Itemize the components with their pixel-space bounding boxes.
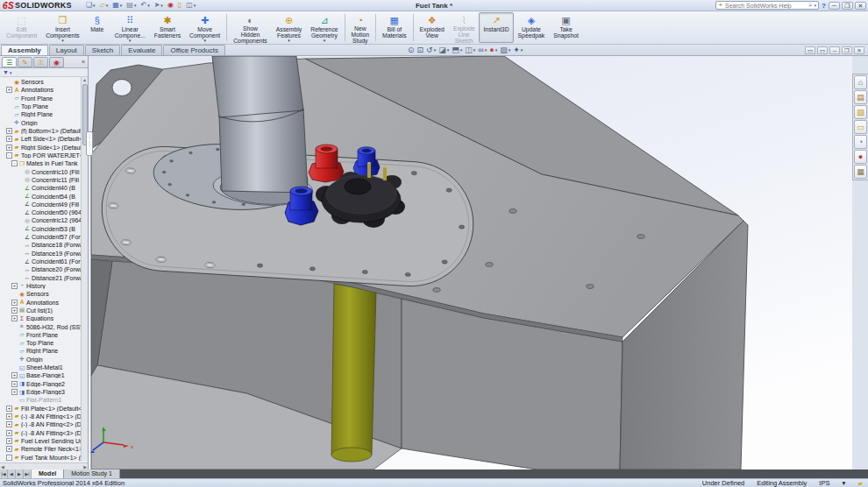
expand-icon[interactable]: + xyxy=(11,372,18,378)
dropdown-icon[interactable]: ▾ xyxy=(485,47,487,53)
tree-item[interactable]: ▱Top Plane xyxy=(0,339,88,347)
tree-item[interactable]: ∠Coincident54 (B xyxy=(0,192,88,200)
update-button[interactable]: ◈Update Speedpak xyxy=(514,12,550,43)
expand-icon[interactable]: + xyxy=(11,283,18,289)
expand-icon[interactable]: + xyxy=(6,406,12,412)
view-palette-icon[interactable]: ▭ xyxy=(854,120,867,134)
dropdown-icon[interactable]: ▾ xyxy=(147,1,150,10)
filter-dropdown-icon[interactable]: ▾ xyxy=(10,70,12,75)
dropdown-icon[interactable]: ▾ xyxy=(129,39,132,42)
expand-icon[interactable]: + xyxy=(6,145,12,151)
tree-horizontal-scrollbar[interactable]: ◀▶ xyxy=(0,462,88,469)
tree-item[interactable]: ◉Sensors xyxy=(0,290,88,298)
instant3d-button[interactable]: ↗Instant3D xyxy=(479,12,513,43)
print-icon[interactable]: ▤▾ xyxy=(125,1,138,11)
mate-button[interactable]: §Mate xyxy=(84,12,110,43)
search-icon[interactable]: ⌕ xyxy=(808,1,812,10)
tag-icon[interactable]: ▰ xyxy=(857,479,863,487)
minimize-button[interactable]: ─ xyxy=(829,2,840,10)
tree-item[interactable]: ∠Coincident49 (Fill P xyxy=(0,201,88,208)
document-recovery-icon[interactable]: ▦ xyxy=(854,165,867,179)
linear-button[interactable]: ⠿Linear Compone...▾ xyxy=(110,12,150,43)
tree-item[interactable]: ↔Distance21 (Forwar xyxy=(0,274,88,282)
configurationmanager-tab[interactable]: ⚿ xyxy=(33,57,48,67)
hscroll-right[interactable]: ▶ xyxy=(83,464,87,469)
expand-icon[interactable]: + xyxy=(11,300,18,306)
dropdown-icon[interactable]: ▾ xyxy=(194,1,196,10)
tree-item[interactable]: +▰Remote Filer Neck<1> (De xyxy=(0,445,88,453)
expand-icon[interactable]: + xyxy=(6,413,12,420)
tree-item[interactable]: -▰Fuel Tank Mount<1> (Def. xyxy=(0,453,88,461)
expand-icon[interactable]: + xyxy=(6,446,12,452)
dropdown-icon[interactable]: ▾ xyxy=(434,47,437,53)
edit-appearance-icon[interactable]: ●▾ xyxy=(488,46,498,54)
units-dropdown-icon[interactable]: ▾ xyxy=(842,479,845,487)
zoom-area-icon[interactable]: ⊡ xyxy=(416,46,425,54)
appearances-scenes-icon[interactable]: ◔ xyxy=(854,135,867,149)
collapse-icon[interactable]: - xyxy=(11,160,18,166)
help-button[interactable]: ? xyxy=(822,2,826,10)
tree-item[interactable]: +▰Left Side<1> (Default<<D xyxy=(0,135,88,143)
view-orientation-icon[interactable]: ⬒▾ xyxy=(451,46,463,54)
tree-item[interactable]: ▱Front Plane xyxy=(0,331,88,339)
insert-button[interactable]: ❒Insert Components▾ xyxy=(41,12,84,43)
move-button[interactable]: ✚Move Component▾ xyxy=(185,12,224,43)
hide-show-items-icon[interactable]: ∞▾ xyxy=(477,46,487,54)
tree-item[interactable]: ◱Sheet-Metal1 xyxy=(0,363,88,371)
previous-view-icon[interactable]: ↺▾ xyxy=(425,46,437,54)
design-library-icon[interactable]: ▤ xyxy=(854,90,867,104)
new-button[interactable]: ◔New Motion Study xyxy=(347,12,374,43)
tree-item[interactable]: -▰Top FOR WATERJET<1> ( xyxy=(0,152,88,159)
tree-item[interactable]: ◎Concentric11 (Fill P xyxy=(0,176,88,184)
tab-scroll-3[interactable]: ▶| xyxy=(24,469,32,478)
tree-item[interactable]: ∠Coincident50 (9643 xyxy=(0,208,88,216)
restore-button[interactable]: ❐ xyxy=(842,2,853,10)
dropdown-icon[interactable]: ▾ xyxy=(460,47,463,53)
tree-item[interactable]: ∠Coincident61 (Forw xyxy=(0,258,88,265)
assembly-button[interactable]: ⊕Assembly Features▾ xyxy=(272,12,306,43)
dropdown-icon[interactable]: ▾ xyxy=(134,1,137,10)
tree-item[interactable]: +AAnnotations xyxy=(0,298,88,306)
tab-model[interactable]: Model xyxy=(32,469,64,478)
tree-item[interactable]: ∠Coincident40 (B xyxy=(0,184,88,192)
tree-item[interactable]: +▰(-) -8 AN Fitting<1> (Defa xyxy=(0,413,88,420)
close-button[interactable]: ✕ xyxy=(855,2,866,10)
collapse-icon[interactable]: - xyxy=(6,152,12,159)
tree-item[interactable]: +◨Edge-Flange2 xyxy=(0,380,88,388)
apply-scene-icon[interactable]: ▨▾ xyxy=(499,46,511,54)
tree-item[interactable]: ≡5086-H32, Rod (SS) xyxy=(0,322,88,330)
tree-item[interactable]: ↔Distance18 (Forwar xyxy=(0,241,88,249)
doc-window-button-3[interactable]: ❐ xyxy=(842,46,852,54)
zoom-fit-icon[interactable]: ⊙ xyxy=(407,46,416,54)
tree-filter[interactable]: ▼ ▾ xyxy=(0,68,88,77)
tree-item[interactable]: +▰(-) -8 AN Fitting<2> (Defa xyxy=(0,420,88,428)
options-icon[interactable]: ◫▾ xyxy=(184,1,197,11)
panel-tabs-overflow[interactable]: » xyxy=(82,59,85,65)
tab-scroll-2[interactable]: ▶ xyxy=(16,469,24,478)
undo-icon[interactable]: ↶▾ xyxy=(139,1,151,11)
tab-sketch[interactable]: Sketch xyxy=(85,45,120,55)
tab-layout[interactable]: Layout xyxy=(49,45,84,55)
displaymanager-tab[interactable]: ◉ xyxy=(49,57,64,67)
tree-item[interactable]: ↔Distance19 (Forwar xyxy=(0,250,88,258)
expand-icon[interactable]: + xyxy=(6,87,12,93)
search-dropdown-icon[interactable]: ▾ xyxy=(815,3,817,8)
tab-office-products[interactable]: Office Products xyxy=(163,45,225,55)
smart-button[interactable]: ✱Smart Fasteners xyxy=(150,12,185,43)
open-icon[interactable]: ▱▾ xyxy=(98,1,110,11)
expand-icon[interactable]: + xyxy=(11,307,18,314)
search-input[interactable]: Search SolidWorks Help xyxy=(725,3,807,9)
expand-icon[interactable]: + xyxy=(11,381,18,387)
display-style-icon[interactable]: ◫▾ xyxy=(464,46,476,54)
doc-window-button-4[interactable]: ✕ xyxy=(854,46,864,54)
tree-item[interactable]: ▱Right Plane xyxy=(0,110,88,118)
graphics-viewport[interactable]: x xyxy=(0,56,868,469)
tree-item[interactable]: +◔History xyxy=(0,282,88,290)
tree-item[interactable]: +▰Fuel Level Sending Unit<1 xyxy=(0,437,88,445)
tab-evaluate[interactable]: Evaluate xyxy=(121,45,162,55)
dropdown-icon[interactable]: ▾ xyxy=(324,39,326,42)
expand-icon[interactable]: + xyxy=(6,128,12,134)
tab-motion-study-1[interactable]: Motion Study 1 xyxy=(64,469,120,478)
section-view-icon[interactable]: ◪▾ xyxy=(438,46,450,54)
tree-item[interactable]: +◨Edge-Flange3 xyxy=(0,388,88,396)
